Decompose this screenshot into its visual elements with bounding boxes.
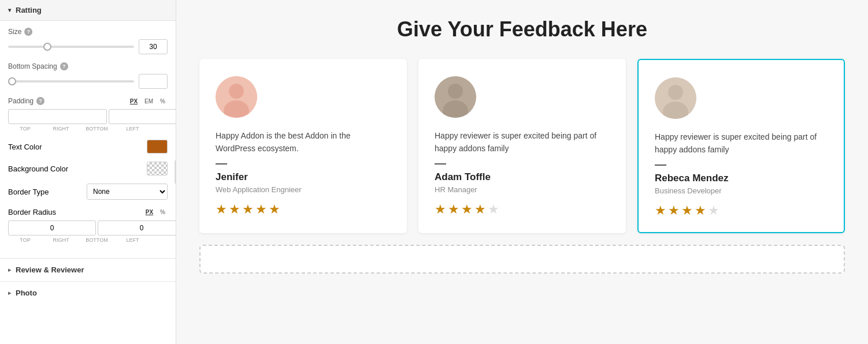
review-card-1[interactable]: Happy Addon is the best Addon in the Wor…	[199, 59, 407, 233]
padding-right-label: RIGHT	[44, 126, 78, 132]
star-2-2: ★	[448, 202, 459, 217]
stars-3: ★ ★ ★ ★ ★	[655, 203, 828, 218]
br-unit-px[interactable]: PX	[143, 208, 155, 216]
size-slider-row: 30	[8, 39, 168, 54]
star-3-2: ★	[668, 203, 680, 218]
avatar-img-1	[216, 76, 257, 118]
background-color-swatch[interactable]	[147, 162, 168, 175]
star-3-3: ★	[681, 203, 693, 218]
padding-unit-percent[interactable]: %	[158, 98, 168, 105]
review-reviewer-section: ▸ Review & Reviewer	[0, 258, 176, 281]
star-2-1: ★	[435, 202, 446, 217]
background-color-control: Background Color	[8, 162, 168, 175]
ratting-section-header[interactable]: ▾ Ratting	[0, 0, 176, 21]
padding-inputs-row: 🔗	[8, 109, 168, 125]
border-type-control: Border Type None Solid Dashed Dotted Dou…	[8, 184, 168, 200]
size-slider[interactable]	[8, 46, 134, 48]
photo-arrow: ▸	[8, 290, 11, 296]
padding-info-icon[interactable]: ?	[36, 97, 44, 105]
reviewer-title-1: Web Application Engnieer	[216, 185, 391, 194]
br-right-input[interactable]	[98, 220, 176, 235]
divider-2	[435, 163, 446, 164]
review-card-2[interactable]: Happy reviewer is super excited being pa…	[418, 59, 626, 233]
star-1-5: ★	[269, 202, 280, 217]
bottom-spacing-control: Bottom Spacing ?	[8, 62, 168, 89]
text-color-label: Text Color	[8, 143, 42, 151]
size-label: Size	[8, 28, 21, 36]
br-top-label: TOP	[8, 237, 42, 243]
border-radius-units: PX %	[143, 208, 168, 216]
border-radius-label: Border Radius	[8, 208, 56, 216]
cards-grid: Happy Addon is the best Addon in the Wor…	[199, 59, 845, 233]
review-text-2: Happy reviewer is super excited being pa…	[435, 129, 610, 155]
star-1-3: ★	[242, 202, 254, 217]
divider-1	[216, 163, 227, 164]
ratting-panel-body: Size ? 30 Bottom Spacing ? Padding	[0, 21, 176, 258]
padding-unit-px[interactable]: PX	[128, 98, 140, 105]
reviewer-title-2: HR Manager	[435, 185, 610, 194]
size-control: Size ? 30	[8, 28, 168, 54]
padding-top-label: TOP	[8, 126, 42, 132]
star-3-1: ★	[655, 203, 666, 218]
reviewer-title-3: Business Developer	[655, 186, 828, 195]
bottom-strip	[199, 245, 845, 274]
bottom-spacing-label-row: Bottom Spacing ?	[8, 62, 168, 70]
photo-section: ▸ Photo	[0, 281, 176, 304]
br-inputs-row: 🔗	[8, 220, 168, 236]
size-info-icon[interactable]: ?	[24, 28, 32, 36]
ratting-section-label: Ratting	[16, 6, 42, 14]
size-input[interactable]: 30	[139, 39, 168, 54]
background-color-label: Background Color	[8, 164, 68, 173]
star-3-5: ★	[708, 203, 719, 218]
star-1-2: ★	[229, 202, 240, 217]
svg-point-4	[448, 84, 463, 99]
border-radius-control: Border Radius PX % 🔗 TOP RIGHT BOTTOM LE…	[8, 208, 168, 243]
right-content: Give Your Feedback Here Happy Addon is t…	[176, 0, 868, 344]
star-2-3: ★	[461, 202, 473, 217]
br-left-label: LEFT	[116, 237, 150, 243]
padding-label-row: Padding ? PX EM %	[8, 97, 168, 105]
padding-label: Padding	[8, 97, 34, 105]
svg-point-7	[668, 85, 683, 100]
reviewer-name-2: Adam Toffle	[435, 171, 610, 183]
text-color-control: Text Color	[8, 140, 168, 154]
stars-1: ★ ★ ★ ★ ★	[216, 202, 391, 217]
br-top-input[interactable]	[8, 220, 96, 235]
padding-unit-em[interactable]: EM	[142, 98, 155, 105]
star-2-5: ★	[488, 202, 499, 217]
bottom-spacing-info-icon[interactable]: ?	[60, 62, 68, 70]
padding-top-input[interactable]	[8, 109, 107, 124]
text-color-swatch[interactable]	[147, 140, 168, 154]
review-reviewer-header[interactable]: ▸ Review & Reviewer	[0, 259, 176, 281]
padding-control: Padding ? PX EM % 🔗 TOP RIGHT BOTTOM	[8, 97, 168, 132]
border-type-select[interactable]: None Solid Dashed Dotted Double	[87, 184, 168, 200]
bottom-spacing-slider[interactable]	[8, 80, 134, 83]
background-color-row: Background Color	[8, 162, 168, 175]
avatar-3	[655, 77, 696, 119]
collapse-handle[interactable]: ‹	[175, 160, 176, 184]
divider-3	[655, 164, 666, 166]
bottom-spacing-label: Bottom Spacing	[8, 62, 57, 70]
ratting-arrow-icon: ▾	[8, 7, 11, 13]
review-card-3[interactable]: Happy reviewer is super excited being pa…	[637, 59, 845, 233]
page-title: Give Your Feedback Here	[199, 17, 845, 42]
br-bottom-label: BOTTOM	[80, 237, 114, 243]
text-color-row: Text Color	[8, 140, 168, 154]
reviewer-name-3: Rebeca Mendez	[655, 173, 828, 184]
br-unit-percent[interactable]: %	[158, 208, 168, 216]
review-text-1: Happy Addon is the best Addon in the Wor…	[216, 129, 391, 155]
padding-right-input[interactable]	[109, 109, 176, 124]
bottom-spacing-input[interactable]	[139, 74, 168, 89]
svg-point-1	[229, 84, 244, 99]
photo-header[interactable]: ▸ Photo	[0, 282, 176, 304]
border-radius-header: Border Radius PX %	[8, 208, 168, 216]
review-text-3: Happy reviewer is super excited being pa…	[655, 130, 828, 156]
padding-labels-row: TOP RIGHT BOTTOM LEFT	[8, 126, 168, 132]
star-2-4: ★	[474, 202, 486, 217]
star-1-1: ★	[216, 202, 227, 217]
left-panel: ▾ Ratting Size ? 30 Bottom Spacing ?	[0, 0, 176, 344]
stars-2: ★ ★ ★ ★ ★	[435, 202, 610, 217]
avatar-1	[216, 76, 257, 118]
star-1-4: ★	[255, 202, 267, 217]
reviewer-name-1: Jenifer	[216, 171, 391, 183]
